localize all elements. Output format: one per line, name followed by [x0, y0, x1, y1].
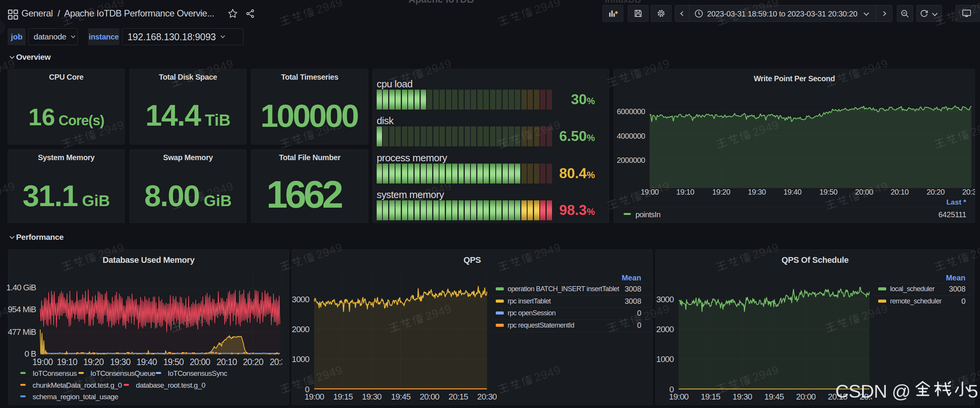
svg-text:5: 5	[968, 381, 978, 401]
svg-text:CSDN @: CSDN @	[835, 381, 910, 401]
